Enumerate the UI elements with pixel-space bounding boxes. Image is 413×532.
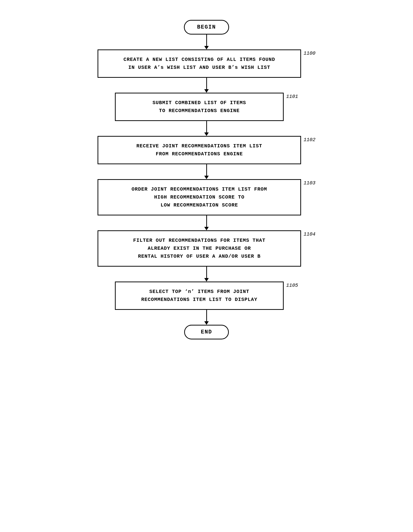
step-1101-box: SUBMIT COMBINED LIST OF ITEMS TO RECOMME… <box>115 93 284 121</box>
step-1104-box: FILTER OUT RECOMMENDATIONS FOR ITEMS THA… <box>98 230 301 267</box>
step-1103-label: 1103 <box>304 180 315 186</box>
step-1103-text3: LOW RECOMMENDATION SCORE <box>161 202 238 208</box>
step-1102-box: RECEIVE JOINT RECOMMENDATIONS ITEM LIST … <box>98 136 301 164</box>
step-1105-text: SELECT TOP ‘n’ ITEMS FROM JOINT <box>149 289 249 294</box>
step-1104-text: FILTER OUT RECOMMENDATIONS FOR ITEMS THA… <box>133 238 265 243</box>
step-1103-wrapper: ORDER JOINT RECOMMENDATIONS ITEM LIST FR… <box>98 179 315 215</box>
step-1102-label: 1102 <box>304 137 315 143</box>
step-1101-text: SUBMIT COMBINED LIST OF ITEMS <box>152 100 246 106</box>
step-1105-text2: RECOMMENDATIONS ITEM LIST TO DISPLAY <box>141 297 257 302</box>
step-1104-wrapper: FILTER OUT RECOMMENDATIONS FOR ITEMS THA… <box>98 230 315 267</box>
arrow-5 <box>204 215 209 230</box>
step-1103-box: ORDER JOINT RECOMMENDATIONS ITEM LIST FR… <box>98 179 301 215</box>
step-1103-text2: HIGH RECOMMENDATION SCORE TO <box>154 194 244 200</box>
step-1104-text2: ALREADY EXIST IN THE PURCHASE OR <box>148 246 251 251</box>
end-terminal: END <box>184 325 229 339</box>
arrow-7 <box>204 310 209 325</box>
step-1100-text: CREATE A NEW LIST CONSISTING OF ALL ITEM… <box>123 57 275 62</box>
step-1100-text2: IN USER A’s WISH LIST AND USER B’s WISH … <box>128 65 270 70</box>
step-1105-wrapper: SELECT TOP ‘n’ ITEMS FROM JOINT RECOMMEN… <box>115 282 298 310</box>
step-1103-text: ORDER JOINT RECOMMENDATIONS ITEM LIST FR… <box>132 186 267 192</box>
step-1104-label: 1104 <box>304 231 315 237</box>
flowchart: BEGIN CREATE A NEW LIST CONSISTING OF AL… <box>95 10 318 349</box>
step-1101-wrapper: SUBMIT COMBINED LIST OF ITEMS TO RECOMME… <box>115 93 298 121</box>
step-1105-box: SELECT TOP ‘n’ ITEMS FROM JOINT RECOMMEN… <box>115 282 284 310</box>
arrow-6 <box>204 267 209 282</box>
arrow-2 <box>204 78 209 93</box>
arrow-4 <box>204 164 209 179</box>
step-1105-label: 1105 <box>286 283 298 288</box>
step-1102-text: RECEIVE JOINT RECOMMENDATIONS ITEM LIST <box>136 143 262 149</box>
step-1100-wrapper: CREATE A NEW LIST CONSISTING OF ALL ITEM… <box>98 49 315 78</box>
step-1101-text2: TO RECOMMENDATIONS ENGINE <box>159 108 240 114</box>
step-1104-text3: RENTAL HISTORY OF USER A AND/OR USER B <box>138 253 261 259</box>
step-1100-label: 1100 <box>304 50 315 56</box>
step-1102-wrapper: RECEIVE JOINT RECOMMENDATIONS ITEM LIST … <box>98 136 315 164</box>
step-1102-text2: FROM RECOMMENDATIONS ENGINE <box>156 151 243 157</box>
begin-terminal: BEGIN <box>184 20 229 35</box>
step-1101-label: 1101 <box>286 94 298 99</box>
step-1100-box: CREATE A NEW LIST CONSISTING OF ALL ITEM… <box>98 49 301 78</box>
arrow-3 <box>204 121 209 136</box>
arrow-1 <box>204 35 209 49</box>
